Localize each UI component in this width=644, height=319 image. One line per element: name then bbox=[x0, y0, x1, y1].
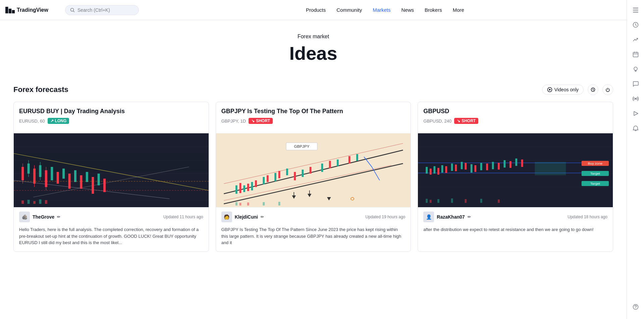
card3-author-left: 👤 RazaKhan07 ✏ bbox=[423, 212, 471, 222]
alerts-icon[interactable] bbox=[629, 122, 642, 135]
card3-author-avatar: 👤 bbox=[423, 212, 434, 222]
svg-rect-129 bbox=[451, 198, 453, 203]
svg-rect-115 bbox=[471, 164, 473, 173]
svg-marker-7 bbox=[634, 111, 638, 116]
power-control-icon[interactable] bbox=[602, 84, 613, 95]
logo[interactable]: TradingView bbox=[5, 7, 48, 13]
card2-verified-icon: ✏ bbox=[261, 215, 264, 219]
svg-rect-122 bbox=[509, 161, 512, 168]
navbar: TradingView Search (Ctrl+K) Products Com… bbox=[0, 0, 644, 20]
right-sidebar bbox=[627, 0, 644, 252]
svg-rect-69 bbox=[278, 171, 280, 178]
idea-card-3[interactable]: GBPUSD GBPUSD, 240 ↘ SHORT bbox=[418, 102, 613, 252]
svg-rect-65 bbox=[255, 180, 257, 187]
power-icon bbox=[605, 87, 610, 92]
broadcast-icon[interactable] bbox=[629, 92, 642, 105]
svg-rect-114 bbox=[465, 163, 467, 170]
svg-rect-4 bbox=[633, 52, 638, 57]
svg-text:GBPJPY: GBPJPY bbox=[294, 145, 309, 148]
svg-rect-44 bbox=[98, 174, 100, 185]
card2-arrow: ↘ bbox=[251, 119, 255, 123]
svg-rect-48 bbox=[21, 200, 24, 204]
svg-rect-11 bbox=[9, 8, 11, 13]
svg-rect-126 bbox=[426, 199, 428, 203]
nav-more[interactable]: More bbox=[448, 4, 469, 15]
svg-rect-63 bbox=[247, 184, 249, 191]
card3-direction-badge: ↘ SHORT bbox=[454, 118, 478, 124]
svg-rect-71 bbox=[294, 172, 296, 180]
card2-body: GBPJPY Is Testing The Top Of The Pattern… bbox=[216, 102, 411, 133]
history-control-icon[interactable] bbox=[588, 84, 598, 95]
svg-rect-76 bbox=[337, 160, 339, 166]
play-circle-icon bbox=[547, 87, 552, 92]
card3-author-name: RazaKhan07 bbox=[437, 214, 465, 220]
svg-rect-120 bbox=[498, 163, 500, 170]
svg-rect-62 bbox=[243, 185, 245, 192]
svg-rect-38 bbox=[62, 169, 65, 179]
videos-only-label: Videos only bbox=[554, 87, 579, 92]
idea-card-2[interactable]: GBPJPY Is Testing The Top Of The Pattern… bbox=[216, 102, 411, 252]
svg-rect-118 bbox=[486, 164, 488, 170]
logo-text: TradingView bbox=[17, 7, 48, 13]
svg-rect-10 bbox=[5, 7, 8, 13]
svg-rect-132 bbox=[498, 199, 500, 203]
trending-icon[interactable] bbox=[629, 33, 642, 46]
nav-community[interactable]: Community bbox=[332, 4, 367, 15]
section-controls: Videos only bbox=[542, 84, 613, 95]
card2-author-left: 🧑 KlejdiCuni ✏ bbox=[221, 212, 264, 222]
hero-title: Ideas bbox=[13, 42, 613, 64]
videos-only-button[interactable]: Videos only bbox=[542, 85, 584, 95]
card3-body: GBPUSD GBPUSD, 240 ↘ SHORT bbox=[418, 102, 613, 133]
card1-author-row: 🪨 TheGrove ✏ Updated 11 hours ago bbox=[14, 207, 209, 226]
nav-news[interactable]: News bbox=[396, 4, 419, 15]
idea-card-1[interactable]: EURUSD BUY | Day Trading Analysis EURUSD… bbox=[13, 102, 209, 252]
clock-icon[interactable] bbox=[629, 18, 642, 32]
ideas-icon[interactable] bbox=[629, 62, 642, 76]
card2-direction-label: SHORT bbox=[256, 119, 270, 123]
svg-rect-2 bbox=[633, 12, 638, 12]
svg-rect-42 bbox=[86, 172, 88, 182]
section-header: Forex forecasts Videos only bbox=[13, 84, 613, 95]
svg-rect-17 bbox=[14, 133, 209, 207]
nav-markets[interactable]: Markets bbox=[368, 4, 395, 15]
card1-updated-time: Updated 11 hours ago bbox=[163, 215, 203, 219]
search-placeholder: Search (Ctrl+K) bbox=[77, 7, 110, 13]
card3-author-row: 👤 RazaKhan07 ✏ Updated 18 hours ago bbox=[418, 207, 613, 226]
svg-rect-36 bbox=[51, 167, 53, 180]
svg-rect-72 bbox=[302, 170, 304, 177]
card1-verified-icon: ✏ bbox=[57, 215, 60, 219]
card3-description: after the distribution we expect to rete… bbox=[418, 226, 613, 238]
card2-author-name: KlejdiCuni bbox=[235, 214, 258, 220]
svg-rect-41 bbox=[80, 175, 82, 189]
svg-rect-107 bbox=[434, 166, 436, 174]
svg-rect-50 bbox=[33, 201, 36, 204]
watchlist-icon[interactable] bbox=[629, 3, 642, 17]
search-icon bbox=[70, 8, 75, 12]
chat-icon[interactable] bbox=[629, 77, 642, 91]
card1-chart bbox=[14, 133, 209, 207]
svg-rect-43 bbox=[92, 177, 94, 194]
svg-rect-0 bbox=[633, 8, 638, 8]
calendar-icon[interactable] bbox=[629, 48, 642, 61]
svg-rect-110 bbox=[445, 166, 447, 173]
card1-direction-label: LONG bbox=[55, 119, 67, 123]
card3-updated-time: Updated 18 hours ago bbox=[568, 215, 607, 219]
svg-rect-112 bbox=[455, 165, 457, 171]
stream-icon[interactable] bbox=[629, 107, 642, 120]
svg-rect-119 bbox=[492, 162, 494, 169]
svg-rect-37 bbox=[57, 172, 59, 184]
nav-products[interactable]: Products bbox=[301, 4, 330, 15]
svg-rect-60 bbox=[235, 185, 237, 194]
nav-brokers[interactable]: Brokers bbox=[420, 4, 447, 15]
search-box[interactable]: Search (Ctrl+K) bbox=[65, 5, 139, 15]
svg-rect-12 bbox=[12, 10, 15, 13]
card2-author-avatar: 🧑 bbox=[221, 212, 232, 222]
section-title: Forex forecasts bbox=[13, 85, 68, 94]
hero-section: Forex market Ideas bbox=[13, 20, 613, 74]
clock-small-icon bbox=[591, 87, 595, 92]
card1-author-name: TheGrove bbox=[33, 214, 54, 220]
card1-author-avatar: 🪨 bbox=[19, 212, 30, 222]
svg-rect-68 bbox=[274, 173, 276, 181]
card3-meta: GBPUSD, 240 ↘ SHORT bbox=[423, 118, 607, 124]
svg-text:Buy zone: Buy zone bbox=[588, 162, 603, 165]
